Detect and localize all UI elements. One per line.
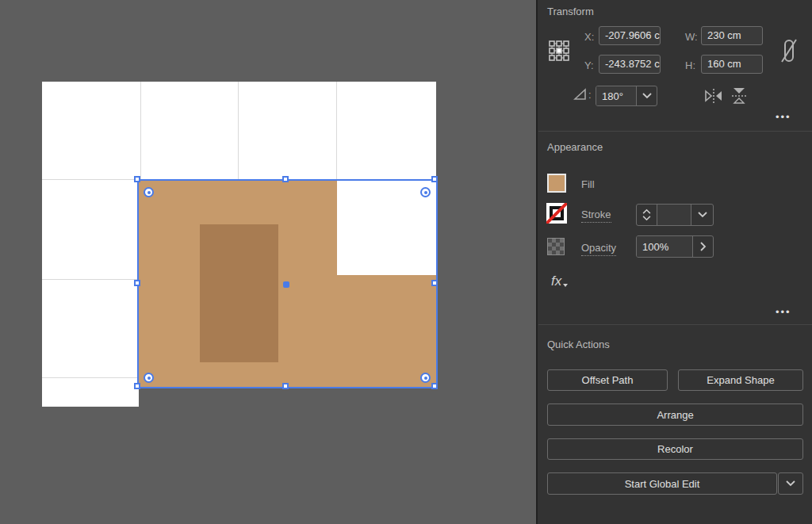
w-field-label: W: xyxy=(685,31,698,43)
x-field-label: X: xyxy=(584,31,594,43)
fill-color-swatch[interactable] xyxy=(547,174,566,193)
chevron-down-icon xyxy=(698,212,707,218)
selection-handle-bottom-left[interactable] xyxy=(134,383,140,389)
selection-handle-mid-left[interactable] xyxy=(134,280,140,286)
reference-point-locator[interactable] xyxy=(548,40,570,62)
section-divider xyxy=(538,324,812,325)
document-canvas[interactable] xyxy=(0,0,536,524)
selection-handle-top-right[interactable] xyxy=(431,176,438,182)
fx-dropdown-arrow-icon xyxy=(563,284,568,287)
artboard-area-top xyxy=(42,82,436,181)
chevron-right-icon xyxy=(700,242,707,251)
rotation-angle-dropdown[interactable] xyxy=(636,86,657,105)
flip-horizontal-button[interactable] xyxy=(703,88,724,104)
artboard-grid-line xyxy=(42,279,139,280)
transform-section-title: Transform xyxy=(547,6,594,17)
link-dimensions-icon[interactable] xyxy=(780,36,798,65)
section-divider xyxy=(538,131,812,132)
live-corner-widget[interactable] xyxy=(420,187,431,197)
opacity-value[interactable]: 100% xyxy=(637,236,692,257)
x-field[interactable]: -207.9606 cm xyxy=(599,26,661,45)
rotation-angle-combo[interactable]: 180° xyxy=(596,86,657,106)
stroke-weight-combo[interactable] xyxy=(636,204,714,226)
expand-shape-button[interactable]: Expand Shape xyxy=(678,369,803,391)
appearance-section-title: Appearance xyxy=(547,141,603,153)
rotation-angle-icon xyxy=(573,88,587,101)
fill-label: Fill xyxy=(581,178,595,190)
stroke-color-swatch[interactable] xyxy=(546,203,567,224)
chevron-up-icon xyxy=(642,208,651,214)
chevron-down-icon xyxy=(786,480,795,487)
opacity-label[interactable]: Opacity xyxy=(581,242,616,256)
opacity-checker-icon[interactable] xyxy=(547,238,565,255)
start-global-edit-button[interactable]: Start Global Edit xyxy=(547,472,777,495)
fx-effects-button[interactable]: fx xyxy=(551,273,568,289)
stroke-label[interactable]: Stroke xyxy=(581,208,611,223)
transform-more-options-button[interactable]: ••• xyxy=(776,111,791,123)
artboard-grid-line xyxy=(140,82,141,181)
rotation-colon: : xyxy=(588,89,592,101)
selection-handle-top-mid[interactable] xyxy=(282,176,289,182)
chevron-down-icon xyxy=(642,216,651,221)
stroke-weight-dropdown[interactable] xyxy=(691,205,713,225)
live-corner-widget[interactable] xyxy=(144,187,154,197)
opacity-combo[interactable]: 100% xyxy=(636,235,714,258)
appearance-more-options-button[interactable]: ••• xyxy=(776,306,791,318)
rotation-angle-value[interactable]: 180° xyxy=(596,86,636,105)
selection-handle-bottom-right[interactable] xyxy=(431,383,438,389)
y-field-label: Y: xyxy=(584,59,594,71)
opacity-expand-button[interactable] xyxy=(692,236,713,257)
artboard-grid-line xyxy=(336,82,337,181)
selection-center-point[interactable] xyxy=(283,281,289,288)
offset-path-button[interactable]: Offset Path xyxy=(547,369,668,391)
properties-panel: Transform X: -207.9606 cm W: 230 cm Y: -… xyxy=(536,0,812,524)
artboard-grid-line xyxy=(238,82,239,181)
stroke-weight-value[interactable] xyxy=(657,205,691,225)
quick-actions-section-title: Quick Actions xyxy=(547,338,610,350)
chevron-down-icon xyxy=(642,93,652,99)
arrange-button[interactable]: Arrange xyxy=(547,404,803,426)
selection-handle-bottom-mid[interactable] xyxy=(282,383,289,389)
selection-handle-mid-right[interactable] xyxy=(431,280,438,286)
h-field[interactable]: 160 cm xyxy=(701,55,763,74)
flip-vertical-button[interactable] xyxy=(730,86,748,105)
artboard-grid-line xyxy=(42,377,139,378)
w-field[interactable]: 230 cm xyxy=(701,26,763,45)
start-global-edit-dropdown-button[interactable] xyxy=(778,472,803,495)
selection-handle-top-left[interactable] xyxy=(134,176,140,182)
h-field-label: H: xyxy=(685,59,695,71)
y-field[interactable]: -243.8752 cm xyxy=(599,55,661,74)
stroke-weight-stepper[interactable] xyxy=(637,205,657,225)
live-corner-widget[interactable] xyxy=(420,373,431,383)
live-corner-widget[interactable] xyxy=(144,373,154,383)
recolor-button[interactable]: Recolor xyxy=(547,438,803,460)
artboard-area-left xyxy=(42,181,139,407)
